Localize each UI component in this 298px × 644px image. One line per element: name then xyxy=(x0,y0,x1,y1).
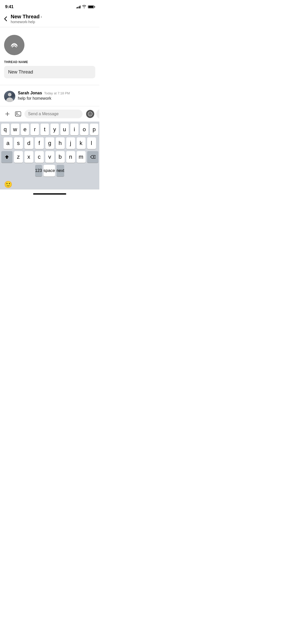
status-bar: 9:41 xyxy=(0,0,99,12)
message-header: Sarah Jonas Today at 7:18 PM xyxy=(18,91,70,95)
key-u[interactable]: u xyxy=(60,124,69,135)
key-w[interactable]: w xyxy=(11,124,19,135)
svg-point-1 xyxy=(16,113,18,114)
thread-icon[interactable] xyxy=(4,35,24,55)
key-i[interactable]: i xyxy=(70,124,79,135)
delete-key[interactable] xyxy=(87,151,98,163)
key-t[interactable]: t xyxy=(40,124,49,135)
key-f[interactable]: f xyxy=(35,137,44,149)
message-content: Sarah Jonas Today at 7:18 PM help for ho… xyxy=(18,91,70,101)
back-button[interactable] xyxy=(4,15,9,22)
keyboard: q w e r t y u i o p a s d f g h j k l z … xyxy=(0,122,99,189)
key-d[interactable]: d xyxy=(24,137,33,149)
avatar xyxy=(4,91,15,102)
home-indicator xyxy=(0,189,99,198)
thread-name-section: THREAD NAME xyxy=(0,60,99,82)
key-g[interactable]: g xyxy=(45,137,54,149)
keyboard-row-3: z x c v b n m xyxy=(0,151,99,163)
nav-title: New Thread › xyxy=(11,14,42,20)
message-time: Today at 7:18 PM xyxy=(44,91,70,95)
key-s[interactable]: s xyxy=(14,137,23,149)
nav-bar: New Thread › homework-help xyxy=(0,12,99,27)
key-o[interactable]: o xyxy=(80,124,88,135)
thread-icon-area xyxy=(0,27,99,60)
thread-icon-svg xyxy=(9,39,20,51)
key-h[interactable]: h xyxy=(56,137,65,149)
keyboard-row-bottom: 123 space next xyxy=(0,165,99,177)
battery-icon xyxy=(88,5,94,8)
svg-point-3 xyxy=(89,113,90,114)
input-bar xyxy=(0,106,99,122)
key-q[interactable]: q xyxy=(1,124,9,135)
avatar-image xyxy=(4,91,15,102)
home-indicator-bar xyxy=(33,193,66,195)
thread-name-label: THREAD NAME xyxy=(4,60,95,64)
message-row: Sarah Jonas Today at 7:18 PM help for ho… xyxy=(4,91,95,102)
numbers-key[interactable]: 123 xyxy=(35,165,42,177)
key-x[interactable]: x xyxy=(24,151,33,163)
keyboard-row-2: a s d f g h j k l xyxy=(0,137,99,149)
message-author: Sarah Jonas xyxy=(18,91,42,95)
image-button[interactable] xyxy=(14,110,22,118)
key-c[interactable]: c xyxy=(35,151,44,163)
signal-icon xyxy=(76,5,81,8)
next-key[interactable]: next xyxy=(57,165,64,177)
key-e[interactable]: e xyxy=(21,124,29,135)
status-time: 9:41 xyxy=(5,4,13,9)
nav-subtitle: homework-help xyxy=(11,20,42,24)
space-key[interactable]: space xyxy=(44,165,55,177)
key-r[interactable]: r xyxy=(31,124,39,135)
message-area: Sarah Jonas Today at 7:18 PM help for ho… xyxy=(0,88,99,106)
add-button[interactable] xyxy=(3,110,12,118)
key-y[interactable]: y xyxy=(50,124,59,135)
key-p[interactable]: p xyxy=(90,124,98,135)
status-icons xyxy=(76,5,94,9)
key-j[interactable]: j xyxy=(66,137,75,149)
shift-key[interactable] xyxy=(1,151,12,163)
key-m[interactable]: m xyxy=(77,151,86,163)
key-z[interactable]: z xyxy=(14,151,23,163)
key-n[interactable]: n xyxy=(66,151,75,163)
key-l[interactable]: l xyxy=(87,137,96,149)
nav-title-chevron: › xyxy=(40,14,42,19)
key-v[interactable]: v xyxy=(45,151,54,163)
emoji-button[interactable] xyxy=(86,110,94,118)
keyboard-bottom: 🙂 xyxy=(0,179,99,189)
wifi-icon xyxy=(82,5,86,9)
message-input-wrap[interactable] xyxy=(24,110,83,118)
send-button[interactable] xyxy=(96,109,99,119)
message-input[interactable] xyxy=(28,112,79,116)
thread-name-input[interactable] xyxy=(4,66,95,78)
keyboard-row-1: q w e r t y u i o p xyxy=(0,124,99,135)
message-text: help for homework xyxy=(18,96,70,101)
svg-point-4 xyxy=(91,113,91,114)
emoji-keyboard-button[interactable]: 🙂 xyxy=(4,181,12,188)
key-k[interactable]: k xyxy=(77,137,86,149)
svg-point-2 xyxy=(88,112,92,116)
key-a[interactable]: a xyxy=(4,137,12,149)
nav-title-group: New Thread › homework-help xyxy=(11,14,42,24)
key-b[interactable]: b xyxy=(56,151,65,163)
section-divider xyxy=(0,85,99,85)
